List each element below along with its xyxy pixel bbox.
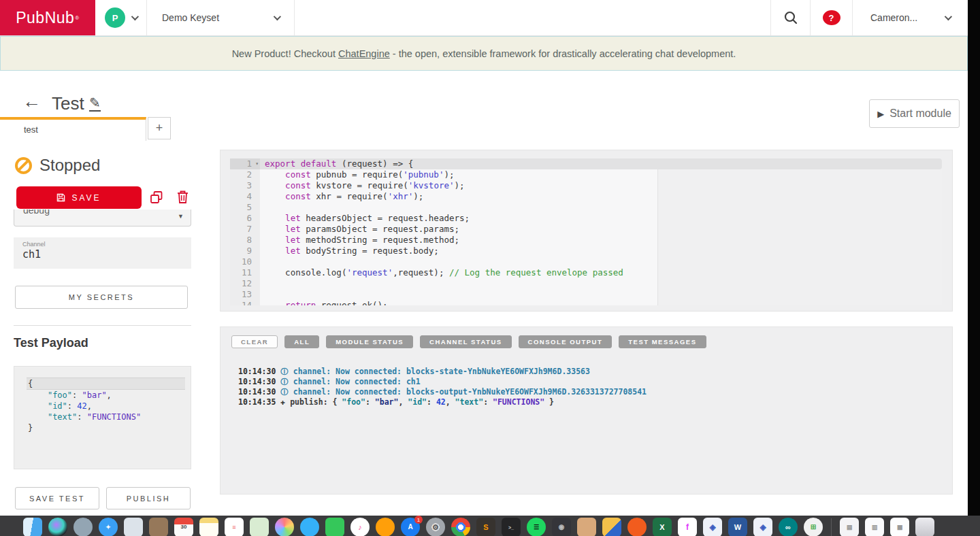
dock-icon-safari[interactable]: ✦ xyxy=(99,518,118,536)
code-token: "bar" xyxy=(375,397,399,407)
save-button[interactable]: SAVE xyxy=(16,186,142,209)
line-number[interactable]: 10 xyxy=(230,256,260,267)
code-token: "text" xyxy=(455,397,484,407)
console-filter-console-output[interactable]: CONSOLE OUTPUT xyxy=(519,335,612,348)
dock-icon-document-stack[interactable]: ▤ xyxy=(840,518,859,536)
dock-icon-siri[interactable] xyxy=(48,518,67,536)
code-token: const xyxy=(285,180,311,190)
keyset-dropdown-label: Demo Keyset xyxy=(162,12,219,23)
dock-icon-books[interactable] xyxy=(376,518,395,536)
dock-icon-chrome[interactable] xyxy=(451,518,470,536)
user-menu-label: Cameron... xyxy=(870,12,917,23)
chatengine-link[interactable]: ChatEngine xyxy=(338,48,390,59)
console-filter-all[interactable]: ALL xyxy=(284,335,319,348)
dock-icon-orange-app[interactable] xyxy=(627,518,647,536)
dock-icon-messages[interactable] xyxy=(300,518,319,536)
dock-icon-document-settings[interactable]: ▥ xyxy=(865,518,884,536)
dock-icon-terminal[interactable]: >_ xyxy=(502,518,521,536)
code-token: "foo" xyxy=(342,397,365,407)
dock-icon-arduino[interactable]: ∞ xyxy=(779,518,798,536)
editor-line: 6 let headersObject = request.headers; xyxy=(230,213,942,224)
console-filter-test-messages[interactable]: TEST MESSAGES xyxy=(619,335,706,348)
dock-icon-sublime-text[interactable]: S xyxy=(476,518,495,536)
console-filter-channel-status[interactable]: CHANNEL STATUS xyxy=(420,335,512,348)
dock-icon-notes[interactable] xyxy=(199,518,218,536)
line-number[interactable]: 2 xyxy=(230,169,260,180)
dock-icon-photos[interactable] xyxy=(275,518,294,536)
dock-icon-system-preferences[interactable]: ⚙ xyxy=(426,518,445,536)
dock-icon-word[interactable]: W xyxy=(728,518,747,536)
dock-icon-document-preview[interactable]: ▦ xyxy=(890,518,909,536)
line-number[interactable]: 6 xyxy=(230,213,260,224)
delete-button[interactable] xyxy=(176,190,189,206)
console-filter-clear[interactable]: CLEAR xyxy=(231,335,278,348)
back-button[interactable]: ← xyxy=(22,93,41,111)
dock-icon-filmora[interactable]: f xyxy=(678,518,697,536)
pubnub-logo[interactable]: PubNub® xyxy=(0,0,95,35)
code-token: 'kvstore' xyxy=(408,180,455,190)
event-type-select[interactable]: debug ▼ xyxy=(14,210,191,227)
line-number[interactable]: 12 xyxy=(230,278,260,289)
info-icon: ⓘ xyxy=(280,387,293,397)
line-number[interactable]: 3 xyxy=(230,180,260,191)
save-test-button[interactable]: SAVE TEST xyxy=(15,487,99,509)
console-panel: CLEARALLMODULE STATUSCHANNEL STATUSCONSO… xyxy=(220,326,953,495)
line-number[interactable]: 8 xyxy=(230,235,260,246)
publish-button[interactable]: PUBLISH xyxy=(106,487,191,509)
line-number[interactable]: 9 xyxy=(230,246,260,256)
code-token: } xyxy=(544,397,554,407)
dock-icon-reminders[interactable]: ≡ xyxy=(225,518,244,536)
dock-icon-maps[interactable] xyxy=(250,518,269,536)
dock-icon-mail[interactable] xyxy=(124,518,143,536)
start-module-button[interactable]: ▶ Start module xyxy=(869,99,960,128)
fold-caret-icon[interactable]: ▾ xyxy=(255,158,259,169)
test-payload-editor[interactable]: { "foo": "bar", "id": 42, "text": "FUNCT… xyxy=(14,366,191,469)
dock-icon-finder[interactable] xyxy=(23,518,42,536)
editor-line: 8 let methodString = request.method; xyxy=(230,235,942,246)
editor-line: 5 xyxy=(230,202,942,213)
edit-title-icon[interactable]: ✎ xyxy=(89,95,101,112)
dock-icon-virtualbox[interactable]: ◈ xyxy=(703,518,722,536)
search-button[interactable] xyxy=(770,0,810,35)
line-number[interactable]: 7 xyxy=(230,224,260,235)
duplicate-button[interactable] xyxy=(150,190,163,206)
plus-icon: ✚ xyxy=(280,397,290,407)
sidebar-divider xyxy=(14,325,191,326)
dock-icon-ms-download[interactable]: ⊞ xyxy=(804,518,823,536)
pubnub-functions-page: PubNub® P Demo Keyset ? Cameron... New P… xyxy=(0,0,980,536)
code-token: headersObject = request.headers; xyxy=(301,213,470,223)
line-number[interactable]: 5 xyxy=(230,202,260,213)
dock-icon-facetime[interactable] xyxy=(325,518,344,536)
dock-icon-launchpad[interactable] xyxy=(74,518,93,536)
line-number[interactable]: 13 xyxy=(230,289,260,300)
dock-icon-excel[interactable]: X xyxy=(653,518,672,536)
my-secrets-button[interactable]: MY SECRETS xyxy=(15,286,188,309)
dock-icon-virtualbox-2[interactable]: ◈ xyxy=(753,518,772,536)
code-token: { xyxy=(28,379,33,388)
tab-test[interactable]: test xyxy=(0,117,146,141)
code-editor[interactable]: 1▾export default (request) => {2 const p… xyxy=(220,150,953,312)
code-line-text: return request.ok(); xyxy=(260,300,942,305)
dock-icon-trash[interactable] xyxy=(915,518,934,536)
help-button[interactable]: ? xyxy=(810,0,852,35)
channel-field[interactable]: Channel ch1 xyxy=(14,237,191,269)
console-filter-module-status[interactable]: MODULE STATUS xyxy=(326,335,413,348)
line-number[interactable]: 11 xyxy=(230,267,260,278)
dock-icon-app-store[interactable]: A1 xyxy=(401,518,420,536)
add-tab-button[interactable]: + xyxy=(148,117,171,139)
dock-icon-contacts[interactable] xyxy=(149,518,168,536)
code-line-text: let headersObject = request.headers; xyxy=(260,213,942,224)
dock-icon-itunes[interactable]: ♪ xyxy=(350,518,370,536)
dock-icon-gold-blue-app[interactable] xyxy=(602,518,621,536)
keyset-dropdown[interactable]: Demo Keyset xyxy=(147,0,295,35)
dock-icon-camera[interactable]: ◉ xyxy=(552,518,571,536)
dock-icon-box-app[interactable] xyxy=(577,518,596,536)
line-number[interactable]: 14 xyxy=(230,300,260,305)
account-menu[interactable]: P xyxy=(95,0,147,35)
dock-icon-spotify[interactable]: ☰ xyxy=(527,518,546,536)
line-number[interactable]: 1▾ xyxy=(230,158,260,169)
line-number[interactable]: 4 xyxy=(230,191,260,202)
dock-icon-calendar[interactable]: 30 xyxy=(174,518,193,536)
code-token: let xyxy=(285,213,301,223)
user-menu[interactable]: Cameron... xyxy=(852,0,968,35)
